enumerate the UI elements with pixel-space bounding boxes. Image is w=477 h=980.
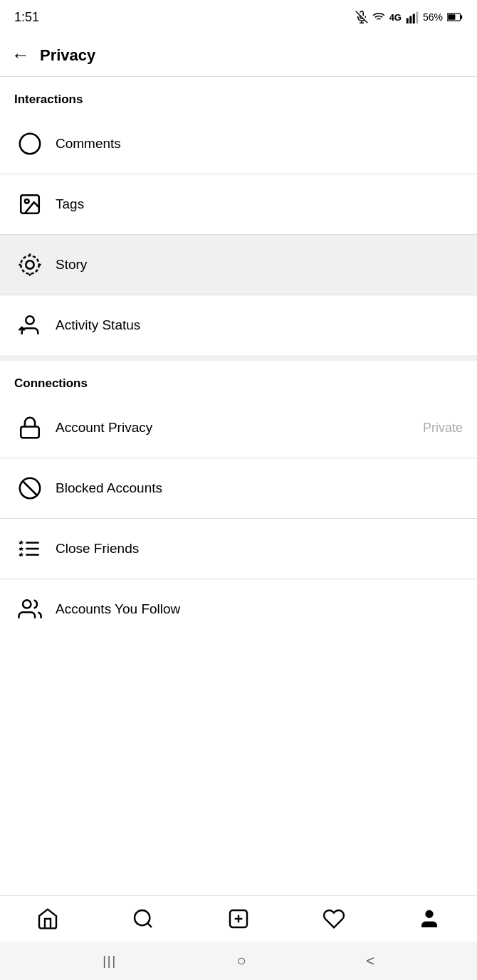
status-time: 1:51 xyxy=(14,10,39,25)
android-back-btn[interactable]: < xyxy=(366,953,374,969)
svg-point-35 xyxy=(135,910,150,925)
activity-status-label: Activity Status xyxy=(56,317,463,333)
nav-home[interactable] xyxy=(26,897,69,940)
section-connections: Connections xyxy=(0,361,477,398)
menu-item-close-friends[interactable]: ★ ★ ★ Close Friends xyxy=(0,519,477,579)
svg-point-40 xyxy=(426,910,434,918)
svg-point-34 xyxy=(23,600,31,608)
close-friends-icon: ★ ★ ★ xyxy=(14,533,46,564)
close-friends-label: Close Friends xyxy=(56,541,463,557)
svg-point-14 xyxy=(21,255,39,274)
svg-point-21 xyxy=(26,316,33,324)
heart-icon xyxy=(323,907,345,930)
add-icon xyxy=(227,907,250,930)
account-privacy-value: Private xyxy=(423,421,463,436)
svg-rect-22 xyxy=(21,427,39,438)
svg-rect-7 xyxy=(416,12,418,24)
svg-rect-4 xyxy=(407,19,409,24)
top-nav: ← Privacy xyxy=(0,34,477,77)
home-icon xyxy=(36,907,59,930)
svg-line-24 xyxy=(23,481,37,495)
page-title: Privacy xyxy=(40,46,95,65)
menu-item-comments[interactable]: Comments xyxy=(0,114,477,174)
battery-percent: 56% xyxy=(423,11,443,23)
follow-icon xyxy=(14,594,46,625)
nav-search[interactable] xyxy=(122,897,164,940)
menu-item-story[interactable]: Story xyxy=(0,235,477,295)
mute-icon xyxy=(355,11,368,23)
blocked-icon xyxy=(14,473,46,504)
menu-item-blocked-accounts[interactable]: Blocked Accounts xyxy=(0,458,477,518)
svg-rect-9 xyxy=(461,15,463,19)
accounts-you-follow-label: Accounts You Follow xyxy=(56,601,463,617)
story-icon xyxy=(14,249,46,280)
svg-point-13 xyxy=(25,199,29,204)
android-nav-bar: ||| ○ < xyxy=(0,942,477,980)
svg-line-36 xyxy=(147,923,152,927)
svg-point-16 xyxy=(26,260,33,268)
android-home-btn[interactable]: ○ xyxy=(237,952,246,970)
comments-label: Comments xyxy=(56,136,463,152)
android-recents-btn[interactable]: ||| xyxy=(103,954,117,969)
svg-rect-10 xyxy=(448,14,455,20)
menu-item-tags[interactable]: Tags xyxy=(0,174,477,234)
tag-icon xyxy=(14,189,46,220)
battery-icon xyxy=(447,12,463,22)
comment-icon xyxy=(14,128,46,159)
story-label: Story xyxy=(56,257,463,273)
menu-item-accounts-you-follow[interactable]: Accounts You Follow xyxy=(0,579,477,639)
content-area: Interactions Comments Tags xyxy=(0,77,477,767)
svg-rect-6 xyxy=(413,14,415,24)
status-icons: 4G 56% xyxy=(355,11,463,23)
back-button[interactable]: ← xyxy=(11,44,30,66)
account-privacy-label: Account Privacy xyxy=(56,420,423,436)
blocked-accounts-label: Blocked Accounts xyxy=(56,480,463,496)
nav-profile[interactable] xyxy=(408,897,451,940)
menu-item-account-privacy[interactable]: Account Privacy Private xyxy=(0,398,477,458)
nav-activity[interactable] xyxy=(313,897,355,940)
search-icon xyxy=(132,907,154,930)
nav-add[interactable] xyxy=(217,897,260,940)
activity-icon xyxy=(14,310,46,341)
lock-icon xyxy=(14,412,46,443)
bottom-nav xyxy=(0,895,477,942)
tags-label: Tags xyxy=(56,196,463,212)
menu-item-activity-status[interactable]: Activity Status xyxy=(0,295,477,355)
signal-icon xyxy=(406,11,419,23)
profile-icon xyxy=(418,907,441,930)
svg-rect-5 xyxy=(409,16,412,24)
content-spacer xyxy=(0,767,477,895)
section-interactions: Interactions xyxy=(0,77,477,114)
wifi-icon xyxy=(372,11,385,23)
network-label: 4G xyxy=(389,12,402,23)
status-bar: 1:51 4G 56% xyxy=(0,0,477,34)
svg-text:★: ★ xyxy=(19,551,24,558)
